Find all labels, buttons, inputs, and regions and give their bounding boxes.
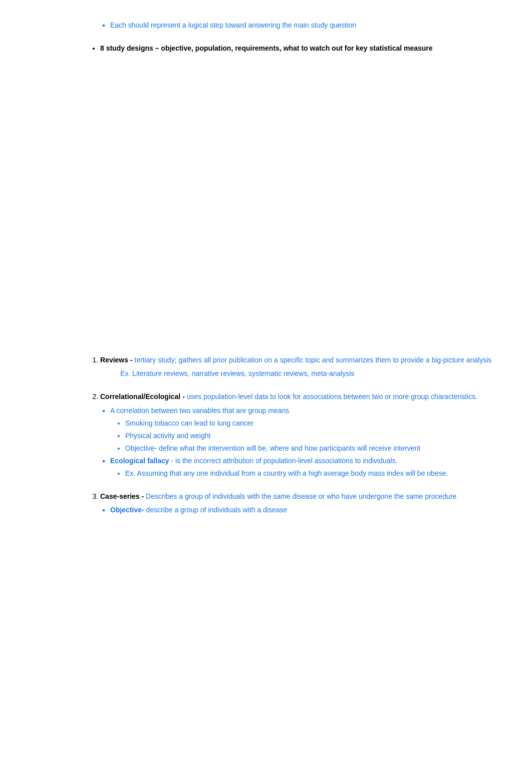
top-bullet-text: Each should represent a logical step tow… — [110, 21, 356, 29]
list-item: 8 study designs – objective, population,… — [100, 43, 501, 54]
main-bullet-text: 8 study designs – objective, population,… — [100, 44, 433, 52]
item3-square-list: Objective- describe a group of individua… — [100, 505, 501, 515]
main-bullet-section: 8 study designs – objective, population,… — [90, 43, 501, 54]
item2-circle-list-1: Smoking tobacco can lead to lung cancer … — [110, 418, 501, 454]
item2-label: Correlational/Ecological — [100, 393, 180, 401]
item3-sq1-bold: Objective- — [110, 506, 144, 514]
item3-description: Describes a group of individuals with th… — [146, 492, 456, 500]
item2-description: uses population-level data to look for a… — [187, 393, 478, 401]
item1-sub: Ex. Literature reviews, narrative review… — [100, 368, 501, 379]
list-item: Ex. Assuming that any one individual fro… — [125, 468, 501, 479]
item1-sub-text: Ex. Literature reviews, narrative review… — [120, 369, 355, 377]
item3-sq1-rest: describe a group of individuals with a d… — [146, 506, 288, 514]
top-square-list: Each should represent a logical step tow… — [90, 20, 501, 31]
item2-sq1-text: A correlation between two variables that… — [110, 407, 289, 415]
numbered-list: Reviews - tertiary study; gathers all pr… — [90, 354, 501, 515]
item3-dash: - — [142, 492, 146, 500]
item1-label: Reviews — [100, 356, 128, 364]
item1-dash: - — [130, 356, 135, 364]
main-circle-list: 8 study designs – objective, population,… — [90, 43, 501, 54]
list-item: Correlational/Ecological - uses populati… — [100, 391, 501, 478]
circle-item-3: Objective- define what the intervention … — [125, 444, 420, 452]
list-item: Objective- define what the intervention … — [125, 443, 501, 454]
list-item: Smoking tobacco can lead to lung cancer — [125, 418, 501, 429]
list-item: Ecological fallacy - is the incorrect at… — [110, 456, 501, 479]
item2-square-list: A correlation between two variables that… — [100, 406, 501, 479]
list-item: Reviews - tertiary study; gathers all pr… — [100, 354, 501, 379]
list-item: Each should represent a logical step tow… — [110, 20, 501, 31]
top-bullet-section: Each should represent a logical step tow… — [90, 20, 501, 31]
list-item: Physical activity and weight — [125, 431, 501, 441]
numbered-section: Reviews - tertiary study; gathers all pr… — [90, 354, 501, 515]
item2-circle-list-2: Ex. Assuming that any one individual fro… — [110, 468, 501, 479]
item1-description: tertiary study; gathers all prior public… — [135, 356, 492, 364]
item3-label: Case-series — [100, 492, 140, 500]
circle-item-1: Smoking tobacco can lead to lung cancer — [125, 419, 253, 427]
eco-fallacy-example: Ex. Assuming that any one individual fro… — [125, 469, 448, 477]
list-item: Objective- describe a group of individua… — [110, 505, 501, 515]
item2-dash: - — [182, 393, 187, 401]
list-item: Case-series - Describes a group of indiv… — [100, 491, 501, 515]
main-content: Each should represent a logical step tow… — [90, 20, 501, 515]
circle-item-2: Physical activity and weight — [125, 432, 210, 440]
item2-sq2-bold: Ecological fallacy — [110, 457, 169, 465]
list-item: A correlation between two variables that… — [110, 406, 501, 454]
item2-sq2-rest: - is the incorrect attribution of popula… — [171, 457, 397, 465]
